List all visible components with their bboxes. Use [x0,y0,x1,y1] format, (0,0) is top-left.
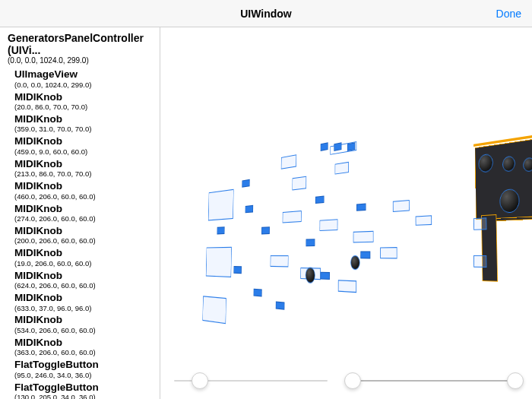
tree-item[interactable]: MIDIKnob(363.0, 206.0, 60.0, 60.0) [8,337,160,357]
tree-item-frame: (274.0, 206.0, 60.0, 60.0) [14,214,160,223]
debug-layer [271,255,289,267]
tree-item-title: MIDIKnob [14,314,160,326]
debug-layer [350,255,360,270]
tree-item-title: MIDIKnob [14,225,160,237]
tree-item-frame: (624.0, 206.0, 60.0, 60.0) [14,281,160,290]
tree-item[interactable]: UIImageView(0.0, 0.0, 1024.0, 299.0) [8,68,160,89]
spacing-slider-thumb[interactable] [192,372,208,389]
debug-layer [306,239,315,246]
debug-layer [416,215,432,226]
tree-item[interactable]: MIDIKnob(200.0, 206.0, 60.0, 60.0) [8,225,160,245]
slider-row [174,370,518,391]
tree-item-title: MIDIKnob [14,337,160,349]
tree-item[interactable]: MIDIKnob(624.0, 206.0, 60.0, 60.0) [8,270,160,290]
debug-layer [276,302,285,310]
debug-layer [202,296,226,324]
tree-item[interactable]: MIDIKnob(359.0, 31.0, 70.0, 70.0) [8,113,160,134]
tree-item-title: FlatToggleButton [14,359,160,371]
depth-range-slider[interactable] [349,380,518,382]
tree-root-frame: (0.0, 0.0, 1024.0, 299.0) [8,56,160,65]
tree-item[interactable]: FlatToggleButton(95.0, 246.0, 34.0, 36.0… [8,359,160,379]
tree-item[interactable]: MIDIKnob(20.0, 86.0, 70.0, 70.0) [8,91,160,112]
hierarchy-sidebar[interactable]: GeneratorsPanelController (UIVi... (0.0,… [0,27,160,399]
debug-layer [473,217,486,230]
debug-layer [281,154,296,169]
tree-item[interactable]: MIDIKnob(459.0, 9.0, 60.0, 60.0) [8,135,160,156]
debug-layer [293,176,307,191]
debug-layer [380,247,397,258]
debug-layer [261,226,270,234]
debug-layer [347,142,355,151]
tree-item-title: UIImageView [14,68,160,81]
navbar: UIWindow Done [0,0,532,27]
debug-layer [473,255,486,268]
navbar-title: UIWindow [240,8,292,20]
debug-layer [217,226,224,234]
debug-layer [206,247,232,277]
tree-item-frame: (20.0, 86.0, 70.0, 70.0) [14,103,160,112]
tree-item-frame: (0.0, 0.0, 1024.0, 299.0) [14,81,160,90]
tree-item[interactable]: MIDIKnob(460.0, 206.0, 60.0, 60.0) [8,180,160,201]
debug-layer [306,267,315,283]
tree-item-title: MIDIKnob [14,292,160,304]
debug-layer [523,157,532,173]
tree-item-frame: (460.0, 206.0, 60.0, 60.0) [14,192,160,201]
tree-item-frame: (534.0, 206.0, 60.0, 60.0) [14,326,160,335]
debug-layer [242,179,249,188]
tree-item-title: MIDIKnob [14,270,160,282]
tree-item[interactable]: MIDIKnob(213.0, 86.0, 70.0, 70.0) [8,158,160,179]
tree-item[interactable]: MIDIKnob(274.0, 206.0, 60.0, 60.0) [8,203,160,223]
tree-item-title: FlatToggleButton [14,382,160,394]
tree-item[interactable]: MIDIKnob(633.0, 37.0, 96.0, 96.0) [8,292,160,312]
tree-item-title: MIDIKnob [14,135,160,147]
tree-item-frame: (130.0, 205.0, 34.0, 36.0) [14,393,160,399]
tree-item-title: MIDIKnob [14,203,160,215]
debug-layer [321,142,328,151]
debug-layer [321,272,330,280]
depth-range-thumb-min[interactable] [344,372,361,389]
debug-layer [208,189,234,221]
debug-layer [338,280,356,293]
tree-item-title: MIDIKnob [14,91,160,103]
debug-layer [393,200,410,212]
tree-item-frame: (633.0, 37.0, 96.0, 96.0) [14,304,160,313]
tree-item-frame: (363.0, 206.0, 60.0, 60.0) [14,348,160,357]
depth-range-thumb-max[interactable] [507,372,524,389]
debug-layer [245,205,254,213]
debug-layer [233,266,242,274]
tree-item-frame: (459.0, 9.0, 60.0, 60.0) [14,147,160,157]
tree-item[interactable]: FlatToggleButton(130.0, 205.0, 34.0, 36.… [8,382,160,399]
tree-item[interactable]: MIDIKnob(19.0, 206.0, 60.0, 60.0) [8,247,160,268]
debug-layer [360,252,370,259]
debug-layer [283,211,302,223]
tree-root-title: GeneratorsPanelController (UIVi... [8,32,160,56]
done-button[interactable]: Done [496,8,521,20]
tree-item-title: MIDIKnob [14,158,160,170]
tree-item-title: MIDIKnob [14,247,160,259]
tree-item[interactable]: MIDIKnob(534.0, 206.0, 60.0, 60.0) [8,314,160,334]
debug-layer [320,219,338,231]
canvas-3d-view[interactable] [160,27,532,399]
debug-layer [315,196,325,204]
debug-layer [334,142,341,151]
tree-item-frame: (200.0, 206.0, 60.0, 60.0) [14,236,160,245]
tree-item-frame: (19.0, 206.0, 60.0, 60.0) [14,259,160,268]
tree-item-title: MIDIKnob [14,113,160,125]
tree-item-frame: (359.0, 31.0, 70.0, 70.0) [14,125,160,134]
debug-layer [356,203,366,211]
debug-layer [335,162,349,175]
spacing-slider[interactable] [174,380,328,382]
content: GeneratorsPanelController (UIVi... (0.0,… [0,27,532,399]
debug-layer [353,231,374,243]
tree-item-frame: (213.0, 86.0, 70.0, 70.0) [14,169,160,179]
tree-item-frame: (95.0, 246.0, 34.0, 36.0) [14,371,160,380]
tree-root[interactable]: GeneratorsPanelController (UIVi... (0.0,… [8,32,160,65]
tree-item-title: MIDIKnob [14,180,160,192]
debug-layer [254,289,262,297]
